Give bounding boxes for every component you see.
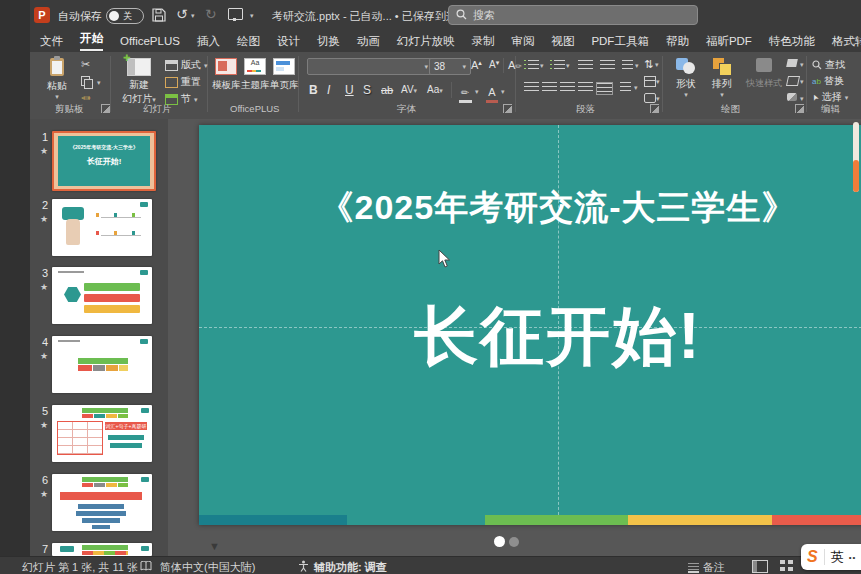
- bullets-icon[interactable]: [524, 60, 539, 71]
- copy-icon[interactable]: [81, 76, 91, 87]
- tab-special-features[interactable]: 特色功能: [769, 34, 815, 49]
- distribute-icon[interactable]: [596, 82, 613, 95]
- notes-button[interactable]: 备注: [688, 560, 725, 574]
- smartart-icon[interactable]: [644, 93, 656, 103]
- ime-menu-dots-icon[interactable]: ••: [849, 553, 857, 562]
- drawing-dialog-launcher-icon[interactable]: [795, 104, 804, 113]
- reset-button[interactable]: 重置: [165, 75, 201, 89]
- tab-review[interactable]: 审阅: [511, 34, 534, 49]
- tab-insert[interactable]: 插入: [197, 34, 220, 49]
- undo-caret-icon[interactable]: ▾: [191, 12, 195, 19]
- bold-button[interactable]: B: [309, 83, 318, 97]
- slide-thumbnail-panel[interactable]: 1 ★ 《2025年考研交流-大三学生》 长征开始! 2 ★: [30, 119, 168, 556]
- justify-icon[interactable]: [578, 82, 593, 93]
- slide-thumbnail-1[interactable]: 《2025年考研交流-大三学生》 长征开始!: [52, 131, 156, 191]
- copy-caret-icon[interactable]: ▾: [97, 79, 101, 86]
- tab-foxit-pdf[interactable]: 福昕PDF: [706, 34, 752, 49]
- shadow-button[interactable]: S: [363, 83, 371, 97]
- tab-design[interactable]: 设计: [277, 34, 300, 49]
- canvas-scrollbar[interactable]: [853, 122, 859, 192]
- text-direction-icon[interactable]: ⇅: [644, 58, 653, 71]
- nav-dot-current[interactable]: [494, 536, 505, 547]
- tab-file[interactable]: 文件: [40, 34, 63, 49]
- tab-view[interactable]: 视图: [551, 34, 574, 49]
- highlight-caret-icon[interactable]: ▾: [475, 88, 479, 95]
- title-caret-icon[interactable]: ∨: [428, 10, 435, 19]
- tab-transitions[interactable]: 切换: [317, 34, 340, 49]
- font-color-button[interactable]: A: [485, 82, 499, 103]
- slide-thumbnail-4[interactable]: [52, 336, 152, 393]
- align-center-icon[interactable]: [542, 82, 557, 93]
- highlight-color-button[interactable]: ✏: [457, 82, 473, 103]
- replace-button[interactable]: ab 替换: [812, 74, 844, 88]
- save-icon[interactable]: [152, 8, 166, 22]
- cut-icon[interactable]: ✂: [81, 58, 90, 71]
- tab-slideshow[interactable]: 幻灯片放映: [397, 34, 455, 49]
- font-color-caret-icon[interactable]: ▾: [501, 88, 505, 95]
- layout-button[interactable]: 版式▾: [165, 58, 208, 72]
- align-text-caret-icon[interactable]: ▾: [656, 78, 660, 85]
- ime-language-mode[interactable]: 英: [831, 548, 844, 566]
- accessibility-status[interactable]: 辅助功能: 调查: [314, 560, 387, 574]
- accessibility-icon[interactable]: [298, 560, 309, 572]
- tab-draw[interactable]: 绘图: [237, 34, 260, 49]
- tab-officeplus[interactable]: OfficePLUS: [120, 35, 180, 47]
- smartart-caret-icon[interactable]: ▾: [656, 95, 660, 102]
- find-button[interactable]: 查找: [812, 58, 845, 72]
- slide-nav-dots[interactable]: [494, 536, 519, 547]
- scrollbar-thumb[interactable]: [853, 160, 859, 192]
- single-page-library-button[interactable]: 单页库: [270, 58, 298, 92]
- quick-access-caret-icon[interactable]: ▾: [250, 12, 254, 19]
- slide-thumbnail-7[interactable]: [52, 543, 152, 556]
- numbering-caret-icon[interactable]: ▾: [566, 62, 570, 69]
- text-direction-caret-icon[interactable]: ▾: [655, 61, 659, 68]
- slide-thumbnail-3[interactable]: [52, 267, 152, 324]
- tab-pdf-toolbox[interactable]: PDF工具箱: [591, 34, 649, 49]
- slide-thumbnail-6[interactable]: [52, 474, 152, 531]
- select-button[interactable]: ➤ 选择 ▾: [812, 90, 848, 104]
- shape-fill-caret-icon[interactable]: ▾: [800, 61, 804, 68]
- shape-fill-icon[interactable]: [786, 59, 798, 67]
- tab-animations[interactable]: 动画: [357, 34, 380, 49]
- slide-sorter-view-button[interactable]: [780, 560, 793, 571]
- slide-thumbnail-5[interactable]: 词汇+句子+真题研究: [52, 405, 152, 462]
- normal-view-button[interactable]: [752, 560, 768, 573]
- italic-button[interactable]: I: [327, 83, 330, 97]
- align-right-icon[interactable]: [560, 82, 575, 93]
- search-input[interactable]: [448, 5, 698, 25]
- line-spacing-icon[interactable]: [622, 60, 633, 71]
- paragraph-dialog-launcher-icon[interactable]: [650, 104, 659, 113]
- font-dialog-launcher-icon[interactable]: [503, 104, 512, 113]
- shape-effects-icon[interactable]: [787, 93, 797, 101]
- decrease-indent-icon[interactable]: [578, 60, 593, 71]
- new-slide-button[interactable]: ✚ 新建 幻灯片▾: [119, 58, 159, 104]
- theme-library-button[interactable]: Aa 主题库: [241, 58, 269, 92]
- grow-font-button[interactable]: A▴: [471, 59, 482, 71]
- character-spacing-button[interactable]: AV▾: [401, 84, 417, 95]
- slideshow-icon[interactable]: [228, 8, 243, 20]
- slide-counter[interactable]: 幻灯片 第 1 张, 共 11 张: [22, 560, 138, 574]
- shape-outline-icon[interactable]: [786, 76, 800, 86]
- strikethrough-button[interactable]: ab: [381, 84, 393, 96]
- columns-caret-icon[interactable]: ▾: [634, 84, 638, 91]
- template-library-button[interactable]: 模板库: [212, 58, 240, 92]
- thumbnail-scroll-down-icon[interactable]: ▼: [209, 540, 220, 552]
- font-size-select[interactable]: 38 ▾: [429, 58, 471, 75]
- tab-record[interactable]: 录制: [471, 34, 494, 49]
- spellcheck-book-icon[interactable]: [140, 561, 152, 571]
- increase-indent-icon[interactable]: [600, 60, 615, 71]
- align-text-icon[interactable]: [644, 76, 656, 87]
- columns-icon[interactable]: [620, 82, 631, 93]
- line-spacing-caret-icon[interactable]: ▾: [635, 62, 639, 69]
- paste-button[interactable]: 粘贴 ▾: [43, 58, 71, 104]
- nav-dot[interactable]: [509, 537, 519, 547]
- tab-home[interactable]: 开始: [80, 31, 103, 51]
- change-case-button[interactable]: Aa▾: [427, 84, 443, 95]
- shapes-button[interactable]: 形状 ▾: [671, 58, 701, 98]
- undo-icon[interactable]: ↺: [176, 6, 188, 22]
- shape-outline-caret-icon[interactable]: ▾: [800, 78, 804, 85]
- ime-indicator[interactable]: S 英 ••: [801, 544, 861, 570]
- shape-effects-caret-icon[interactable]: ▾: [800, 95, 804, 102]
- slide-subtitle-text[interactable]: 长征开始!: [199, 293, 861, 380]
- slide-title-text[interactable]: 《2025年考研交流-大三学生》: [199, 185, 861, 231]
